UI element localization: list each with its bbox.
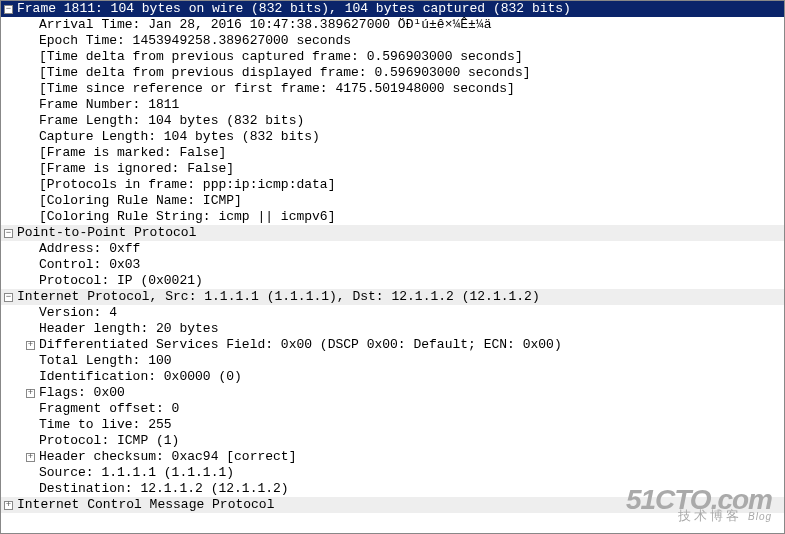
ppp-header[interactable]: −Point-to-Point Protocol	[1, 225, 784, 241]
frame-color-name[interactable]: [Coloring Rule Name: ICMP]	[1, 193, 784, 209]
icmp-header[interactable]: +Internet Control Message Protocol	[1, 497, 784, 513]
ip-version[interactable]: Version: 4	[1, 305, 784, 321]
ip-protocol[interactable]: Protocol: ICMP (1)	[1, 433, 784, 449]
icmp-header-text: Internet Control Message Protocol	[17, 497, 274, 513]
frame-color-string[interactable]: [Coloring Rule String: icmp || icmpv6]	[1, 209, 784, 225]
ip-identification[interactable]: Identification: 0x0000 (0)	[1, 369, 784, 385]
frame-capture-length[interactable]: Capture Length: 104 bytes (832 bits)	[1, 129, 784, 145]
ip-flags[interactable]: +Flags: 0x00	[1, 385, 784, 401]
frame-ignored[interactable]: [Frame is ignored: False]	[1, 161, 784, 177]
ip-total-length[interactable]: Total Length: 100	[1, 353, 784, 369]
frame-delta-captured[interactable]: [Time delta from previous captured frame…	[1, 49, 784, 65]
ppp-header-text: Point-to-Point Protocol	[17, 225, 196, 241]
frame-protocols[interactable]: [Protocols in frame: ppp:ip:icmp:data]	[1, 177, 784, 193]
frame-header-text: Frame 1811: 104 bytes on wire (832 bits)…	[17, 1, 571, 17]
ip-source[interactable]: Source: 1.1.1.1 (1.1.1.1)	[1, 465, 784, 481]
frame-marked[interactable]: [Frame is marked: False]	[1, 145, 784, 161]
frame-since-ref[interactable]: [Time since reference or first frame: 41…	[1, 81, 784, 97]
ppp-address[interactable]: Address: 0xff	[1, 241, 784, 257]
collapse-icon[interactable]: −	[4, 229, 13, 238]
ip-fragment-offset[interactable]: Fragment offset: 0	[1, 401, 784, 417]
frame-delta-displayed[interactable]: [Time delta from previous displayed fram…	[1, 65, 784, 81]
ip-ttl[interactable]: Time to live: 255	[1, 417, 784, 433]
expand-icon[interactable]: +	[26, 453, 35, 462]
frame-length[interactable]: Frame Length: 104 bytes (832 bits)	[1, 113, 784, 129]
ppp-protocol[interactable]: Protocol: IP (0x0021)	[1, 273, 784, 289]
ip-checksum[interactable]: +Header checksum: 0xac94 [correct]	[1, 449, 784, 465]
expand-icon[interactable]: +	[26, 341, 35, 350]
frame-arrival[interactable]: Arrival Time: Jan 28, 2016 10:47:38.3896…	[1, 17, 784, 33]
frame-epoch[interactable]: Epoch Time: 1453949258.389627000 seconds	[1, 33, 784, 49]
expand-icon[interactable]: +	[4, 501, 13, 510]
ip-header-length[interactable]: Header length: 20 bytes	[1, 321, 784, 337]
frame-header[interactable]: −Frame 1811: 104 bytes on wire (832 bits…	[1, 1, 784, 17]
expand-icon[interactable]: +	[26, 389, 35, 398]
frame-number[interactable]: Frame Number: 1811	[1, 97, 784, 113]
ip-header[interactable]: −Internet Protocol, Src: 1.1.1.1 (1.1.1.…	[1, 289, 784, 305]
ip-destination[interactable]: Destination: 12.1.1.2 (12.1.1.2)	[1, 481, 784, 497]
ip-dscp[interactable]: +Differentiated Services Field: 0x00 (DS…	[1, 337, 784, 353]
ip-header-text: Internet Protocol, Src: 1.1.1.1 (1.1.1.1…	[17, 289, 540, 305]
collapse-icon[interactable]: −	[4, 5, 13, 14]
ppp-control[interactable]: Control: 0x03	[1, 257, 784, 273]
collapse-icon[interactable]: −	[4, 293, 13, 302]
